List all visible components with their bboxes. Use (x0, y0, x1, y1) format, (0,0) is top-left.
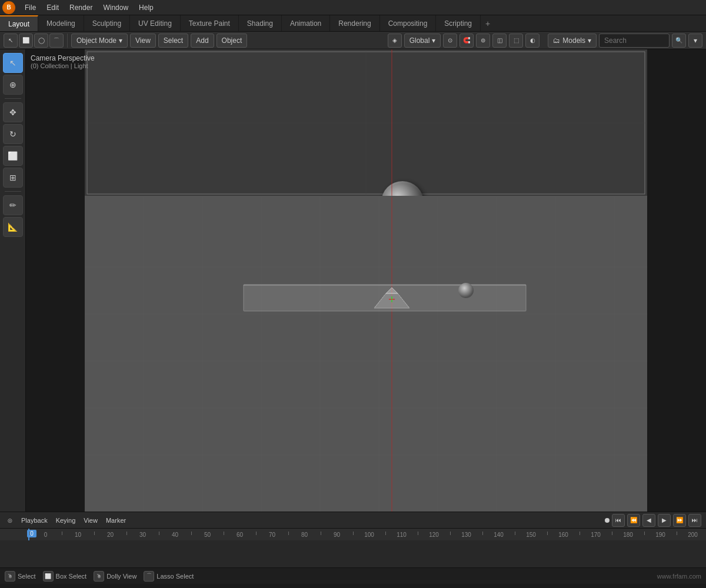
header-box-select-icon[interactable]: ⬜ (19, 34, 33, 48)
viewport-snap-icon[interactable]: ◈ (388, 34, 402, 48)
transform-orientation-dropdown[interactable]: Global ▾ (404, 34, 441, 48)
viewport-toolbar: ↖ ⬜ ◯ ⌒ Object Mode ▾ View Select Add Ob… (0, 32, 706, 49)
menu-window[interactable]: Window (98, 2, 133, 13)
frame-90: 90 (321, 532, 353, 538)
toolbar-separator-1 (5, 98, 21, 99)
timeline-tracks[interactable] (0, 540, 706, 567)
timeline-numbers: 0 10 20 30 40 50 60 70 80 90 100 110 120… (29, 529, 706, 540)
models-dropdown[interactable]: 🗂 Models ▾ (548, 34, 597, 48)
frame-100: 100 (353, 532, 385, 538)
overlay-icon[interactable]: ◫ (492, 34, 507, 48)
side-toolbar: ↖ ⊕ ✥ ↻ ⬜ ⊞ ✏ 📐 (0, 49, 26, 512)
header-right-tools: ◈ Global ▾ ⊙ 🧲 ⊚ ◫ ⬚ ◐ 🗂 Models ▾ 🔍 ▾ (388, 34, 702, 48)
frame-30: 30 (126, 532, 159, 538)
status-bar: 🖱 Select ⬜ Box Select 🖱 Dolly View ⌒ Las… (0, 567, 706, 584)
viewport-3d[interactable]: Camera Perspective (0) Collection | Ligh… (26, 49, 706, 512)
object-menu[interactable]: Object (217, 34, 248, 48)
timeline-ruler[interactable]: 0 0 10 20 30 40 50 60 70 80 90 100 110 1… (0, 529, 706, 540)
tab-animation[interactable]: Animation (282, 15, 330, 31)
frame-50: 50 (191, 532, 224, 538)
frame-10: 10 (62, 532, 94, 538)
svg-rect-6 (85, 196, 647, 512)
frame-120: 120 (418, 532, 450, 538)
jump-end-button[interactable]: ⏭ (688, 514, 701, 527)
keying-menu[interactable]: Keying (54, 516, 78, 525)
status-lasso: ⌒ Lasso Select (144, 571, 194, 582)
frame-160: 160 (547, 532, 580, 538)
workspace-tabs: Layout Modeling Sculpting UV Editing Tex… (0, 15, 706, 32)
frame-110: 110 (385, 532, 418, 538)
frame-40: 40 (159, 532, 191, 538)
transform-tool-button[interactable]: ⊞ (3, 168, 23, 188)
cursor-tool-button[interactable]: ⊕ (3, 75, 23, 95)
timeline: ◎ Playback Keying View Marker ⏮ ⏪ ◀ ▶ ⏩ … (0, 512, 706, 567)
box-select-label: Box Select (56, 573, 87, 580)
dolly-label: Dolly View (106, 573, 136, 580)
keyframe-indicator (605, 518, 610, 523)
header-arrow-icon[interactable]: ↖ (4, 34, 18, 48)
move-tool-button[interactable]: ✥ (3, 102, 23, 122)
playback-menu[interactable]: Playback (19, 516, 50, 525)
rotate-tool-button[interactable]: ↻ (3, 124, 23, 144)
frame-150: 150 (515, 532, 547, 538)
tab-layout[interactable]: Layout (0, 15, 38, 31)
frame-170: 170 (580, 532, 612, 538)
frame-20: 20 (94, 532, 126, 538)
box-select-icon: ⬜ (43, 571, 54, 582)
tab-rendering[interactable]: Rendering (330, 15, 379, 31)
frame-140: 140 (482, 532, 515, 538)
scale-tool-button[interactable]: ⬜ (3, 146, 23, 166)
add-workspace-button[interactable]: + (481, 15, 495, 31)
header-lasso-select-icon[interactable]: ⌒ (49, 34, 64, 48)
frame-180: 180 (612, 532, 644, 538)
timeline-collapse-icon[interactable]: ◎ (5, 515, 15, 526)
step-forward-button[interactable]: ⏩ (673, 514, 686, 527)
timeline-view-menu[interactable]: View (81, 516, 100, 525)
search-input[interactable] (599, 34, 670, 48)
frame-130: 130 (450, 532, 482, 538)
object-mode-dropdown[interactable]: Object Mode ▾ (71, 34, 128, 48)
tab-modeling[interactable]: Modeling (38, 15, 84, 31)
frame-80: 80 (288, 532, 321, 538)
menu-help[interactable]: Help (134, 2, 158, 13)
view-menu[interactable]: View (130, 34, 156, 48)
shading-icon[interactable]: ◐ (525, 34, 540, 48)
step-back-button[interactable]: ⏪ (627, 514, 640, 527)
snap-icon[interactable]: 🧲 (459, 34, 474, 48)
timeline-toolbar: ◎ Playback Keying View Marker ⏮ ⏪ ◀ ▶ ⏩ … (0, 512, 706, 529)
menu-edit[interactable]: Edit (42, 2, 64, 13)
frame-60: 60 (224, 532, 256, 538)
play-button[interactable]: ▶ (658, 514, 671, 527)
top-menu-bar: B File Edit Render Window Help (0, 0, 706, 15)
playback-controls: ⏮ ⏪ ◀ ▶ ⏩ ⏭ (605, 514, 701, 527)
marker-menu[interactable]: Marker (104, 516, 128, 525)
measure-tool-button[interactable]: 📐 (3, 217, 23, 237)
proportional-edit-icon[interactable]: ⊚ (476, 34, 490, 48)
viewport-canvas[interactable] (26, 49, 706, 512)
dolly-icon: 🖱 (94, 571, 104, 582)
tab-compositing[interactable]: Compositing (380, 15, 437, 31)
select-mouse-icon: 🖱 (5, 571, 15, 582)
blender-logo: B (2, 1, 15, 14)
header-circle-select-icon[interactable]: ◯ (34, 34, 48, 48)
tab-sculpting[interactable]: Sculpting (84, 15, 130, 31)
filter-dropdown[interactable]: ▾ (688, 34, 702, 48)
search-button[interactable]: 🔍 (672, 34, 686, 48)
add-menu[interactable]: Add (191, 34, 214, 48)
tab-uv-editing[interactable]: UV Editing (130, 15, 181, 31)
transform-pivot-icon[interactable]: ⊙ (443, 34, 457, 48)
select-menu[interactable]: Select (158, 34, 188, 48)
tab-shading[interactable]: Shading (239, 15, 282, 31)
menu-render[interactable]: Render (65, 2, 97, 13)
tab-texture-paint[interactable]: Texture Paint (181, 15, 239, 31)
menu-file[interactable]: File (20, 2, 41, 13)
toolbar-separator-2 (5, 191, 21, 192)
xray-icon[interactable]: ⬚ (509, 34, 523, 48)
annotate-tool-button[interactable]: ✏ (3, 195, 23, 215)
tab-scripting[interactable]: Scripting (436, 15, 481, 31)
svg-rect-23 (244, 285, 526, 286)
play-back-button[interactable]: ◀ (642, 514, 655, 527)
jump-start-button[interactable]: ⏮ (612, 514, 625, 527)
select-tool-button[interactable]: ↖ (3, 53, 23, 73)
status-dolly: 🖱 Dolly View (94, 571, 136, 582)
